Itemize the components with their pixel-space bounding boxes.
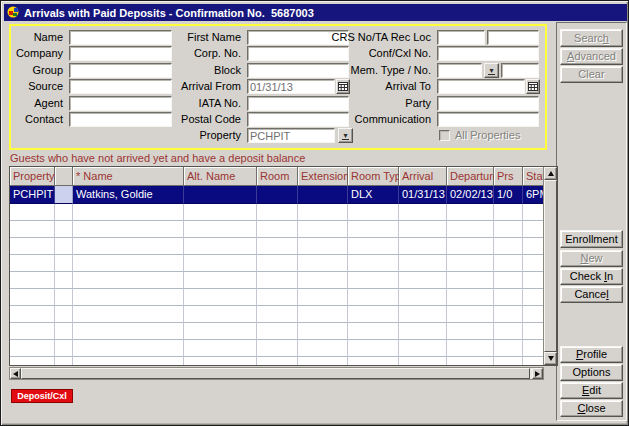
mem-type-lov-button[interactable]: ▾: [484, 63, 499, 78]
check-in-button[interactable]: Check In: [560, 268, 623, 285]
column-header-property[interactable]: Property: [10, 167, 55, 186]
deposit-cxl-button[interactable]: Deposit/Cxl: [11, 389, 73, 403]
table-cell-empty: [399, 357, 447, 366]
table-row-empty[interactable]: [10, 255, 557, 272]
vertical-scrollbar[interactable]: [543, 167, 557, 365]
options-button[interactable]: Options: [560, 364, 623, 381]
cell-alt-name: [184, 186, 257, 204]
table-cell-empty: [10, 340, 55, 357]
table-row-empty[interactable]: [10, 204, 557, 221]
arrival-to-calendar-button[interactable]: [526, 79, 540, 94]
search-button[interactable]: Search: [560, 29, 623, 47]
table-cell-empty: [399, 255, 447, 272]
communication-label: Communication: [311, 112, 435, 127]
column-header-departure[interactable]: Departure: [447, 167, 494, 186]
all-properties-checkbox[interactable]: [439, 130, 450, 141]
table-row-empty[interactable]: [10, 323, 557, 340]
party-input[interactable]: [437, 96, 539, 111]
calendar-icon: [528, 82, 538, 91]
table-cell-empty: [10, 238, 55, 255]
table-row-empty[interactable]: [10, 272, 557, 289]
table-row-empty[interactable]: [10, 238, 557, 255]
scroll-left-button[interactable]: [10, 368, 21, 379]
ta-rec-loc-input[interactable]: [487, 30, 539, 45]
cell-record-indicator: [55, 186, 73, 204]
source-label: Source: [11, 79, 67, 94]
enrollment-button[interactable]: Enrollment: [560, 230, 623, 248]
table-cell-empty: [494, 255, 523, 272]
scroll-right-button[interactable]: [532, 368, 543, 379]
table-cell-empty: [298, 323, 348, 340]
title-bar[interactable]: Arrivals with Paid Deposits - Confirmati…: [4, 4, 627, 21]
table-cell-empty: [73, 323, 184, 340]
table-cell-empty: [348, 357, 399, 366]
table-row-selected[interactable]: PCHPIT Watkins, Goldie DLX 01/31/13 02/0…: [10, 186, 557, 204]
horizontal-scroll-thumb[interactable]: [21, 368, 530, 379]
column-header-indicator[interactable]: [55, 167, 73, 186]
column-header-room-type[interactable]: Room Type: [348, 167, 399, 186]
table-cell-empty: [399, 238, 447, 255]
table-cell-empty: [10, 272, 55, 289]
table-row-empty[interactable]: [10, 357, 557, 366]
scroll-down-button[interactable]: [544, 352, 557, 365]
table-cell-empty: [257, 357, 298, 366]
vertical-scroll-thumb[interactable]: [544, 180, 557, 352]
scroll-up-button[interactable]: [544, 167, 557, 180]
table-cell-empty: [447, 306, 494, 323]
column-header-prs[interactable]: Prs: [494, 167, 523, 186]
property-input[interactable]: [247, 128, 335, 143]
app-icon: [7, 6, 20, 19]
advanced-button[interactable]: Advanced: [560, 48, 623, 65]
arrival-to-input[interactable]: [437, 79, 525, 94]
table-cell-empty: [55, 306, 73, 323]
table-row-empty[interactable]: [10, 221, 557, 238]
property-lov-button[interactable]: ▾: [338, 128, 353, 143]
grid-header-row: Property * Name Alt. Name Room Extension…: [10, 167, 557, 186]
column-header-alt-name[interactable]: Alt. Name: [184, 167, 257, 186]
column-header-room[interactable]: Room: [257, 167, 298, 186]
table-cell-empty: [399, 204, 447, 221]
column-header-arrival[interactable]: Arrival: [399, 167, 447, 186]
new-button[interactable]: New: [560, 250, 623, 267]
contact-label: Contact: [11, 112, 67, 127]
property-label: Property: [151, 128, 245, 143]
table-cell-empty: [399, 272, 447, 289]
table-cell-empty: [257, 323, 298, 340]
table-row-empty[interactable]: [10, 306, 557, 323]
mem-no-input[interactable]: [501, 63, 539, 78]
arrival-from-label: Arrival From: [151, 79, 245, 94]
close-button[interactable]: Close: [560, 400, 623, 417]
table-cell-empty: [298, 272, 348, 289]
table-cell-empty: [348, 272, 399, 289]
table-cell-empty: [184, 221, 257, 238]
table-row-empty[interactable]: [10, 289, 557, 306]
conf-cxl-no-input[interactable]: [437, 46, 539, 61]
table-cell-empty: [73, 238, 184, 255]
results-caption: Guests who have not arrived yet and have…: [10, 152, 305, 164]
cancel-button[interactable]: Cancel: [560, 286, 623, 303]
table-cell-empty: [10, 255, 55, 272]
company-label: Company: [11, 46, 67, 61]
communication-input[interactable]: [437, 112, 539, 127]
horizontal-scrollbar[interactable]: [9, 367, 544, 380]
table-cell-empty: [447, 357, 494, 366]
table-row-empty[interactable]: [10, 340, 557, 357]
arrow-up-icon: [548, 171, 554, 176]
table-cell-empty: [494, 204, 523, 221]
table-cell-empty: [257, 289, 298, 306]
mem-type-input[interactable]: [437, 63, 482, 78]
table-cell-empty: [348, 238, 399, 255]
column-header-name[interactable]: * Name: [73, 167, 184, 186]
clear-button[interactable]: Clear: [560, 66, 623, 83]
table-cell-empty: [73, 221, 184, 238]
table-cell-empty: [257, 204, 298, 221]
profile-button[interactable]: Profile: [560, 346, 623, 363]
table-cell-empty: [348, 255, 399, 272]
edit-button[interactable]: Edit: [560, 382, 623, 399]
table-cell-empty: [348, 221, 399, 238]
crs-no-input[interactable]: [437, 30, 485, 45]
table-cell-empty: [257, 238, 298, 255]
table-cell-empty: [55, 204, 73, 221]
column-header-extension[interactable]: Extension: [298, 167, 348, 186]
cell-prs: 1/0: [494, 186, 523, 204]
